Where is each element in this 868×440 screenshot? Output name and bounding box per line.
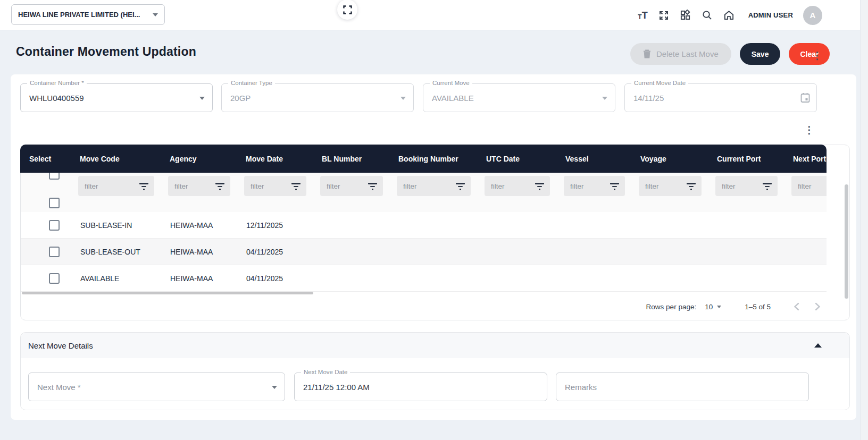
column-header-move-date: Move Date — [237, 145, 313, 173]
remarks-input[interactable] — [556, 373, 808, 401]
column-header-vessel: Vessel — [556, 145, 631, 173]
column-header-move-code: Move Code — [71, 145, 161, 173]
main-panel: Container Number * WHLU0400559 Container… — [11, 74, 856, 420]
row-checkbox[interactable] — [49, 273, 60, 284]
filter-box — [564, 176, 625, 196]
company-selector[interactable]: HEIWA LINE PRIVATE LIMITED (HEI... — [11, 4, 165, 25]
vertical-scrollbar[interactable] — [845, 184, 848, 299]
avatar[interactable]: A — [803, 6, 822, 25]
cell-move-code: SUB-LEASE-OUT — [71, 239, 161, 265]
previous-page-icon[interactable] — [790, 300, 803, 313]
top-bar: HEIWA LINE PRIVATE LIMITED (HEI... TT — [0, 0, 868, 30]
table-header-row: Select Move Code Agency Move Date BL Num… — [20, 145, 827, 173]
filter-input[interactable] — [397, 176, 471, 196]
filter-box — [485, 176, 550, 196]
next-page-icon[interactable] — [811, 300, 824, 313]
column-header-utc-date: UTC Date — [477, 145, 556, 173]
topbar-right-group: TT — [638, 0, 822, 30]
pagination-range: 1–5 of 5 — [745, 303, 771, 311]
next-move-details-title: Next Move Details — [28, 341, 93, 350]
table-row[interactable]: SUB-LEASE-IN HEIWA-MAA 12/11/2025 — [21, 212, 827, 239]
current-move-date-value: 14/11/25 — [633, 84, 664, 112]
filter-box — [168, 176, 230, 196]
current-move-field: Current Move AVAILABLE — [423, 83, 615, 112]
filter-input[interactable] — [715, 176, 778, 196]
cell-agency: HEIWA-MAA — [161, 212, 237, 238]
next-move-details-section: Next Move Details Next Move * Next Move … — [20, 332, 850, 410]
container-number-field[interactable]: Container Number * WHLU0400559 — [20, 83, 213, 112]
chevron-down-icon — [153, 13, 158, 16]
cell-agency: HEIWA-MAA — [161, 239, 237, 265]
chevron-down-icon — [602, 97, 607, 100]
column-header-voyage: Voyage — [631, 145, 708, 173]
table-row[interactable]: SUB-LEASE-OUT HEIWA-MAA 04/11/2025 — [21, 239, 827, 265]
current-move-value: AVAILABLE — [432, 84, 474, 112]
chevron-down-icon — [400, 97, 406, 100]
fullscreen-toggle-button[interactable] — [337, 0, 357, 20]
cell-move-date: 04/11/2025 — [237, 239, 313, 265]
home-icon[interactable] — [723, 10, 735, 21]
container-type-field: Container Type 20GP — [221, 83, 414, 112]
clear-button[interactable]: Clear — [789, 43, 830, 65]
cell-move-date: 04/11/2025 — [237, 265, 313, 291]
rows-per-page-select[interactable]: 10 — [705, 303, 721, 311]
page-scrollbar[interactable] — [860, 0, 868, 440]
container-number-value: WHLU0400559 — [29, 84, 84, 112]
dashboard-icon[interactable] — [680, 10, 691, 21]
filter-input[interactable] — [320, 176, 383, 196]
collapse-up-icon[interactable] — [814, 343, 822, 348]
select-filter-cell — [21, 173, 71, 212]
table-filter-row — [21, 173, 827, 212]
column-header-next-port: Next Port — [784, 145, 827, 173]
company-selector-label: HEIWA LINE PRIVATE LIMITED (HEI... — [18, 11, 140, 19]
container-movement-page: HEIWA LINE PRIVATE LIMITED (HEI... TT — [0, 0, 868, 440]
filter-box — [639, 176, 702, 196]
column-header-select: Select — [20, 145, 71, 173]
filter-input[interactable] — [639, 176, 702, 196]
delete-last-move-button[interactable]: Delete Last Move — [630, 43, 731, 65]
filter-box — [78, 176, 154, 196]
container-type-value: 20GP — [230, 84, 251, 112]
filter-input[interactable] — [564, 176, 625, 196]
filter-input[interactable] — [791, 176, 827, 196]
save-button[interactable]: Save — [740, 43, 781, 65]
rows-per-page-value: 10 — [705, 303, 713, 311]
filter-box — [715, 176, 778, 196]
filter-box — [397, 176, 471, 196]
next-move-date-value: 21/11/25 12:00 AM — [303, 373, 370, 401]
table-scroll-viewport[interactable]: SUB-LEASE-IN HEIWA-MAA 12/11/2025 SUB-LE… — [21, 173, 827, 292]
rows-per-page-label: Rows per page: — [646, 303, 697, 311]
next-move-details-header[interactable]: Next Move Details — [21, 333, 849, 358]
expand-icon[interactable] — [658, 10, 670, 21]
filter-box — [320, 176, 383, 196]
filter-input[interactable] — [78, 176, 154, 196]
filter-box — [791, 176, 827, 196]
column-header-agency: Agency — [161, 145, 237, 173]
row-checkbox[interactable] — [49, 198, 60, 208]
text-size-icon[interactable]: TT — [638, 11, 647, 20]
filter-box — [244, 176, 306, 196]
filter-input[interactable] — [244, 176, 306, 196]
cell-move-date: 12/11/2025 — [237, 212, 313, 238]
title-actions: Delete Last Move Save Clear — [630, 43, 830, 65]
row-checkbox[interactable] — [49, 220, 60, 231]
cell-move-code: SUB-LEASE-IN — [71, 212, 161, 238]
filter-input[interactable] — [168, 176, 230, 196]
next-move-date-field[interactable]: Next Move Date 21/11/25 12:00 AM — [294, 373, 547, 401]
chevron-down-icon — [272, 386, 277, 389]
next-move-placeholder: Next Move * — [37, 373, 81, 401]
cell-move-code: AVAILABLE — [71, 265, 161, 291]
filter-input[interactable] — [485, 176, 550, 196]
search-icon[interactable] — [702, 10, 713, 21]
table-menu-kebab-icon[interactable]: ⋮ — [804, 125, 814, 135]
select-all-checkbox[interactable] — [49, 173, 60, 180]
row-checkbox[interactable] — [49, 247, 60, 257]
cell-agency: HEIWA-MAA — [161, 265, 237, 291]
user-name: ADMIN USER — [748, 11, 793, 19]
next-move-field[interactable]: Next Move * — [28, 373, 285, 401]
crop-fullscreen-icon — [343, 5, 352, 14]
page-title: Container Movement Updation — [16, 45, 196, 59]
table-row[interactable]: AVAILABLE HEIWA-MAA 04/11/2025 — [21, 265, 827, 292]
remarks-field — [556, 373, 809, 401]
page-menu-kebab-icon[interactable]: ⋮ — [812, 50, 822, 61]
